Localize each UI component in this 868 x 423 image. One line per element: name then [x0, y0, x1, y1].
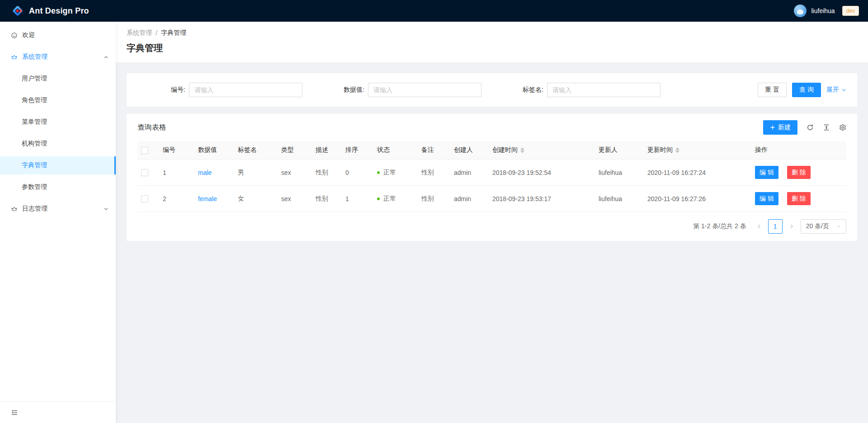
sidebar: 欢迎 系统管理 用户管理 角色管: [0, 22, 116, 423]
sidebar-group-logs[interactable]: 日志管理: [0, 200, 116, 218]
col-sort: 排序: [342, 141, 373, 160]
cell-value-link[interactable]: male: [198, 169, 212, 176]
sidebar-footer: [0, 401, 116, 423]
row-checkbox[interactable]: [141, 169, 148, 176]
cell-id: 2: [159, 186, 194, 212]
chevron-down-icon: [836, 224, 841, 229]
tag-input[interactable]: [547, 83, 660, 97]
cell-value-link[interactable]: female: [198, 195, 217, 202]
sorter-icon: [675, 147, 679, 153]
status-badge: 正常: [377, 169, 414, 177]
search-field-tag: 标签名:: [495, 83, 675, 97]
expand-toggle[interactable]: 展开: [826, 86, 846, 94]
crown-icon: [11, 206, 18, 212]
cell-remark: 性别: [418, 160, 450, 186]
pagination: 第 1-2 条/总共 2 条 1 20 条/页: [127, 212, 857, 237]
cell-updater: liufeihua: [595, 186, 644, 212]
search-actions: 重 置 查 询 展开: [758, 83, 846, 97]
query-button[interactable]: 查 询: [792, 83, 821, 97]
page-number[interactable]: 1: [768, 219, 783, 234]
page-size-value: 20 条/页: [806, 222, 829, 230]
cell-tag: 男: [234, 160, 278, 186]
vertical-divider: [783, 169, 783, 176]
cell-desc: 性别: [312, 160, 342, 186]
sidebar-item-param-mgmt[interactable]: 参数管理: [0, 178, 116, 196]
field-label: 标签名:: [495, 86, 547, 94]
sidebar-group-system[interactable]: 系统管理: [0, 48, 116, 66]
cell-sort: 0: [342, 160, 373, 186]
sidebar-item-welcome[interactable]: 欢迎: [0, 26, 116, 44]
cell-actions: 编 辑删 除: [751, 186, 846, 212]
user-name: liufeihua: [811, 7, 835, 14]
table-header-row: 编号 数据值 标签名 类型 描述 排序 状态 备注 创建人: [137, 141, 846, 160]
user-area[interactable]: liufeihua dev: [794, 5, 868, 17]
table-row: 1 male 男 sex 性别 0 正常 性别 admin 2018-09-: [137, 160, 846, 186]
col-type: 类型: [278, 141, 312, 160]
settings-gear-icon[interactable]: [839, 124, 846, 131]
reset-button[interactable]: 重 置: [758, 83, 787, 97]
sidebar-item-label: 角色管理: [22, 96, 47, 104]
col-created-time[interactable]: 创建时间: [489, 141, 595, 160]
sidebar-group-label: 系统管理: [22, 53, 47, 61]
new-button-label: 新建: [778, 123, 791, 132]
sidebar-item-label: 参数管理: [22, 183, 47, 191]
status-dot-icon: [377, 171, 380, 174]
sidebar-item-org-mgmt[interactable]: 机构管理: [0, 135, 116, 153]
col-updated-time[interactable]: 更新时间: [644, 141, 751, 160]
cell-sort: 1: [342, 186, 373, 212]
column-height-icon[interactable]: [823, 124, 830, 131]
breadcrumb-separator: /: [156, 29, 157, 37]
status-badge: 正常: [377, 195, 414, 203]
menu-fold-icon[interactable]: [11, 409, 18, 416]
sidebar-item-user-mgmt[interactable]: 用户管理: [0, 70, 116, 88]
page-size-select[interactable]: 20 条/页: [801, 219, 846, 234]
prev-page-icon[interactable]: [754, 219, 764, 234]
col-actions: 操作: [751, 141, 846, 160]
chevron-down-icon: [841, 88, 846, 93]
sidebar-item-menu-mgmt[interactable]: 菜单管理: [0, 113, 116, 131]
cell-created: 2018-09-23 19:52:54: [489, 160, 595, 186]
select-all-checkbox[interactable]: [141, 147, 148, 154]
logo-area[interactable]: Ant Design Pro: [0, 0, 100, 22]
cell-updater: liufeihua: [595, 160, 644, 186]
delete-button[interactable]: 删 除: [787, 192, 811, 205]
sidebar-group-label: 日志管理: [22, 205, 47, 213]
col-id: 编号: [159, 141, 194, 160]
next-page-icon[interactable]: [786, 219, 797, 234]
chevron-down-icon: [104, 207, 108, 212]
edit-button[interactable]: 编 辑: [755, 166, 778, 179]
sidebar-menu: 欢迎 系统管理 用户管理 角色管: [0, 22, 116, 401]
vertical-divider: [783, 196, 783, 202]
cell-remark: 性别: [418, 186, 450, 212]
smile-icon: [11, 32, 18, 39]
row-checkbox[interactable]: [141, 195, 148, 202]
edit-button[interactable]: 编 辑: [755, 192, 778, 205]
table-toolbar: 查询表格 新建: [127, 114, 857, 141]
data-table: 编号 数据值 标签名 类型 描述 排序 状态 备注 创建人: [127, 141, 857, 212]
main-area: 系统管理 / 字典管理 字典管理 编号: 数据值:: [116, 22, 868, 423]
app-title: Ant Design Pro: [29, 6, 89, 16]
sorter-icon: [520, 147, 524, 153]
delete-button[interactable]: 删 除: [787, 166, 811, 179]
sidebar-item-dict-mgmt[interactable]: 字典管理: [0, 156, 116, 174]
cell-updated: 2020-11-09 16:27:24: [644, 160, 751, 186]
status-dot-icon: [377, 197, 380, 200]
cell-type: sex: [278, 186, 312, 212]
search-form: 编号: 数据值: 标签名: 重 置 查 询: [127, 73, 857, 107]
cell-desc: 性别: [312, 186, 342, 212]
sidebar-item-role-mgmt[interactable]: 角色管理: [0, 91, 116, 109]
reload-icon[interactable]: [807, 124, 814, 131]
crown-icon: [11, 54, 18, 61]
chevron-up-icon: [104, 55, 108, 60]
topbar: Ant Design Pro liufeihua dev: [0, 0, 868, 22]
breadcrumb-current: 字典管理: [161, 29, 186, 37]
field-label: 编号:: [137, 86, 189, 94]
app-root: Ant Design Pro liufeihua dev: [0, 0, 868, 423]
new-button[interactable]: 新建: [763, 120, 797, 135]
pagination-total: 第 1-2 条/总共 2 条: [693, 222, 746, 230]
cell-updated: 2020-11-09 16:27:26: [644, 186, 751, 212]
env-tag: dev: [842, 6, 859, 16]
breadcrumb-parent[interactable]: 系统管理: [127, 29, 152, 37]
value-input[interactable]: [368, 83, 481, 97]
id-input[interactable]: [189, 83, 302, 97]
